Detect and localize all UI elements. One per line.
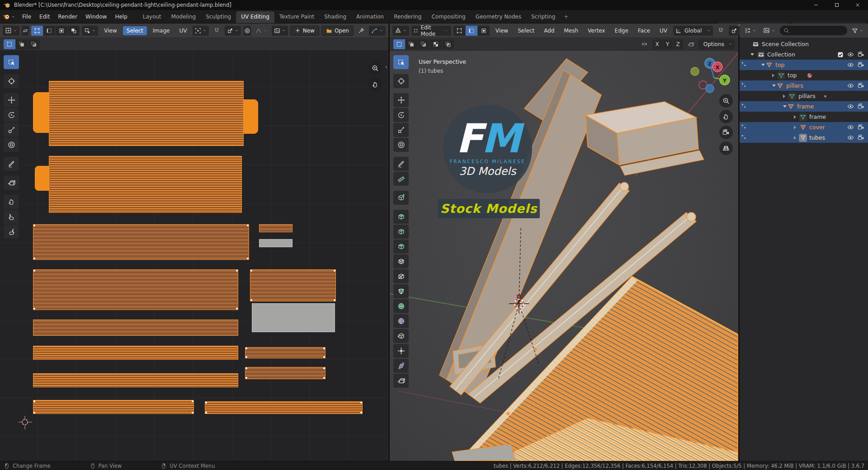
uv-tool-annotate[interactable] xyxy=(4,157,19,171)
disable-render-camera-icon[interactable] xyxy=(857,80,865,91)
minimize-button[interactable] xyxy=(806,0,826,10)
vp-select-extend-button[interactable] xyxy=(406,39,417,49)
uv-island-6[interactable] xyxy=(33,346,238,360)
vp-tool-extrude-region[interactable] xyxy=(393,210,409,224)
correct-face-attributes-icon[interactable] xyxy=(685,39,697,49)
uv-menu-uv[interactable]: UV xyxy=(175,26,190,35)
vp-camera-view-icon[interactable] xyxy=(719,126,733,139)
transform-orientation-dropdown[interactable]: Global xyxy=(673,26,713,36)
uv-proportional-editing-toggle[interactable] xyxy=(243,26,250,36)
uv-tool-rotate[interactable] xyxy=(4,108,19,122)
vp-menu-uv[interactable]: UV xyxy=(656,26,671,35)
uv-menu-select[interactable]: Select xyxy=(123,26,147,35)
disable-render-camera-icon[interactable] xyxy=(857,60,865,70)
tab-shading[interactable]: Shading xyxy=(319,11,351,23)
expand-arrow-icon[interactable] xyxy=(794,126,796,129)
uv-editor-type-button[interactable] xyxy=(3,26,19,36)
vp-tool-poly-build[interactable] xyxy=(393,284,409,298)
uv-tool-relax[interactable] xyxy=(4,210,19,224)
uv-island-1-left-tab[interactable] xyxy=(33,92,49,133)
vp-menu-view[interactable]: View xyxy=(492,26,512,35)
uv-island-3b[interactable] xyxy=(259,239,292,247)
tab-layout[interactable]: Layout xyxy=(138,11,166,23)
uv-island-3a[interactable] xyxy=(259,224,292,232)
expand-arrow-icon[interactable] xyxy=(783,105,787,108)
uv-island-4-gray[interactable] xyxy=(252,303,335,332)
menu-edit[interactable]: Edit xyxy=(35,12,54,22)
uv-pin-image-button[interactable] xyxy=(356,26,367,36)
vp-select-subtract-button[interactable] xyxy=(418,39,429,49)
vp-tool-add-cube[interactable] xyxy=(393,191,409,205)
vp-select-intersect-button[interactable] xyxy=(442,39,454,49)
uv-region-collapse-icon[interactable]: ‹ xyxy=(385,63,387,70)
vp-tool-select-box[interactable] xyxy=(393,55,409,69)
uv-tool-cursor[interactable] xyxy=(4,74,19,88)
tab-scripting[interactable]: Scripting xyxy=(526,11,560,23)
hide-eye-icon[interactable] xyxy=(846,80,854,91)
uv-island-7-right[interactable] xyxy=(245,367,326,379)
uv-proportional-falloff-button[interactable] xyxy=(253,26,269,36)
uv-tool-pinch[interactable] xyxy=(4,225,19,239)
expand-arrow-icon[interactable] xyxy=(761,64,765,66)
uv-island-2[interactable] xyxy=(49,156,242,213)
uv-tool-rip-region[interactable] xyxy=(4,176,19,190)
uv-sync-selection-toggle[interactable] xyxy=(22,26,29,36)
uv-sticky-select-button[interactable] xyxy=(82,26,98,36)
uv-select-extend-button[interactable] xyxy=(16,39,28,49)
outliner-row-object-tubes[interactable]: tubes xyxy=(740,132,868,143)
mirror-x-button[interactable]: X xyxy=(652,39,662,49)
vp-menu-vertex[interactable]: Vertex xyxy=(584,26,609,35)
vp-menu-edge[interactable]: Edge xyxy=(611,26,632,35)
uv-tool-select-box[interactable] xyxy=(4,55,19,69)
vp-menu-mesh[interactable]: Mesh xyxy=(560,26,582,35)
vp-select-set-button[interactable] xyxy=(393,39,405,49)
outliner-row-object-pillars[interactable]: pillars xyxy=(740,80,868,91)
uv-menu-view[interactable]: View xyxy=(100,26,120,35)
vp-tool-rotate[interactable] xyxy=(393,108,409,122)
expand-arrow-icon[interactable] xyxy=(783,94,785,98)
uv-snap-target-button[interactable] xyxy=(225,26,241,36)
uv-image-selector[interactable] xyxy=(272,26,288,36)
vp-tool-cursor[interactable] xyxy=(393,74,409,88)
vp-menu-face[interactable]: Face xyxy=(634,26,654,35)
vp-tool-knife[interactable] xyxy=(393,269,409,283)
uv-snap-toggle[interactable] xyxy=(211,26,222,36)
tab-modeling[interactable]: Modeling xyxy=(166,11,201,23)
uv-tool-move[interactable] xyxy=(4,93,19,107)
outliner-filter-button[interactable] xyxy=(849,26,866,36)
vp-tool-shear[interactable] xyxy=(393,359,409,373)
vp-select-invert-button[interactable] xyxy=(430,39,442,49)
menu-file[interactable]: File xyxy=(18,12,35,22)
uv-canvas[interactable]: ‹ xyxy=(0,51,388,461)
outliner-row-mesh-pillars[interactable]: pillars xyxy=(740,91,868,101)
uv-pan-icon[interactable] xyxy=(368,78,382,91)
vp-tool-annotate[interactable] xyxy=(393,157,409,171)
vp-tool-edge-slide[interactable] xyxy=(393,329,409,343)
viewport-canvas[interactable]: FM FRANCESCO MILANESE 3D Models Stock Mo… xyxy=(390,51,738,461)
vp-tool-transform[interactable] xyxy=(393,138,409,152)
outliner-filter-id-button[interactable] xyxy=(761,26,778,36)
vertex-select-button[interactable] xyxy=(453,26,465,36)
uv-island-4[interactable] xyxy=(33,269,238,310)
outliner-row-collection[interactable]: Collection xyxy=(740,49,868,60)
uv-island-1[interactable] xyxy=(49,81,244,146)
uv-zoom-icon[interactable] xyxy=(368,61,382,75)
vp-tool-shrink-fatten[interactable] xyxy=(393,344,409,358)
viewport-editor-type-button[interactable] xyxy=(392,26,409,36)
vp-tool-loop-cut[interactable] xyxy=(393,254,409,268)
uv-island-5[interactable] xyxy=(33,320,238,336)
vp-tool-smooth[interactable] xyxy=(393,314,409,328)
vp-tool-spin[interactable] xyxy=(393,299,409,313)
outliner-row-mesh-top[interactable]: top xyxy=(740,70,868,80)
hide-eye-icon[interactable] xyxy=(846,101,854,112)
close-button[interactable] xyxy=(847,0,868,10)
uv-menu-image[interactable]: Image xyxy=(149,26,174,35)
outliner-row-scene-collection[interactable]: Scene Collection xyxy=(740,39,868,49)
blender-menu-button[interactable] xyxy=(0,11,18,22)
outliner-row-object-frame[interactable]: frame xyxy=(740,101,868,112)
vp-menu-add[interactable]: Add xyxy=(540,26,558,35)
menu-render[interactable]: Render xyxy=(54,12,81,22)
uv-tool-grab[interactable] xyxy=(4,195,19,209)
collection-checkbox[interactable] xyxy=(836,49,844,60)
tab-compositing[interactable]: Compositing xyxy=(426,11,470,23)
